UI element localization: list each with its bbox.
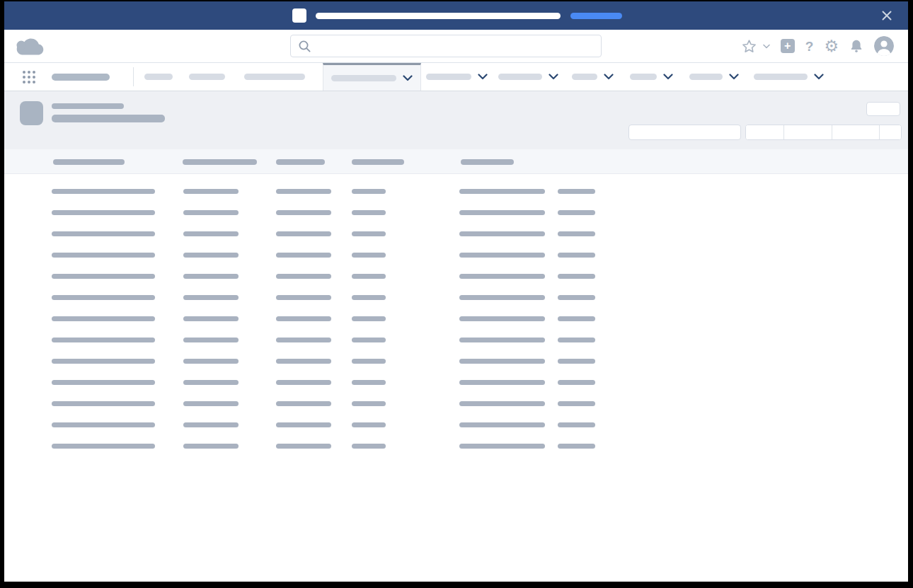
table-row[interactable]: [4, 181, 908, 202]
table-row[interactable]: [4, 330, 908, 351]
cell-skeleton: [352, 253, 386, 258]
favorites-star-button[interactable]: [740, 38, 758, 55]
table-row[interactable]: [4, 436, 908, 457]
nav-tab-10[interactable]: [754, 63, 824, 91]
star-icon: [742, 39, 757, 54]
table-row[interactable]: [4, 245, 908, 266]
app-launcher-button[interactable]: [21, 69, 37, 85]
list-control-button-2[interactable]: [784, 125, 832, 139]
user-menu-button[interactable]: [873, 35, 895, 57]
tab-menu-button[interactable]: [478, 74, 488, 80]
cell-skeleton: [276, 210, 331, 215]
tab-label-skeleton: [498, 74, 542, 80]
tab-menu-button[interactable]: [403, 75, 413, 81]
table-row[interactable]: [4, 393, 908, 415]
cell-skeleton: [459, 253, 545, 258]
cell-skeleton: [52, 401, 155, 406]
cell-skeleton: [459, 338, 545, 342]
help-button[interactable]: ?: [804, 38, 815, 54]
list-control-button-4[interactable]: [880, 125, 901, 139]
table-row[interactable]: [4, 351, 908, 372]
cell-skeleton: [352, 422, 386, 427]
record-title-skeleton: [52, 115, 165, 122]
list-search-box[interactable]: [628, 125, 741, 140]
nav-tab-1[interactable]: [144, 63, 173, 91]
chevron-down-icon: [763, 44, 770, 49]
cell-skeleton: [459, 210, 545, 215]
nav-tab-2[interactable]: [189, 63, 225, 91]
cell-skeleton: [52, 253, 155, 258]
tab-menu-button[interactable]: [729, 74, 739, 80]
search-input[interactable]: [311, 35, 601, 57]
cell-skeleton: [558, 274, 595, 279]
nav-tab-5[interactable]: [426, 63, 488, 91]
nav-tab-6[interactable]: [498, 63, 558, 91]
record-entity-icon: [20, 101, 43, 125]
tab-menu-button[interactable]: [549, 74, 558, 80]
cell-skeleton: [459, 380, 545, 385]
cell-skeleton: [276, 189, 331, 194]
header-action-button[interactable]: [866, 102, 900, 116]
favorites-chevron-button[interactable]: [762, 42, 771, 50]
cell-skeleton: [352, 444, 386, 449]
chevron-down-icon: [604, 74, 614, 80]
table-header-row: [4, 149, 908, 174]
tab-menu-button[interactable]: [814, 74, 824, 80]
bell-icon: [849, 39, 863, 53]
cell-skeleton: [183, 210, 239, 215]
nav-tab-4-selected[interactable]: [323, 63, 421, 91]
tab-label-skeleton: [244, 74, 305, 80]
cell-skeleton: [558, 231, 595, 236]
list-control-button-3[interactable]: [832, 125, 880, 139]
table-row[interactable]: [4, 309, 908, 330]
quick-create-button[interactable]: +: [779, 38, 796, 54]
cell-skeleton: [352, 210, 386, 215]
nav-tab-3[interactable]: [244, 63, 305, 91]
cell-skeleton: [183, 253, 239, 258]
cell-skeleton: [276, 422, 331, 427]
table-row[interactable]: [4, 202, 908, 224]
cell-skeleton: [276, 359, 331, 364]
tab-menu-button[interactable]: [604, 74, 614, 80]
nav-tab-9[interactable]: [689, 63, 739, 91]
list-search-input[interactable]: [629, 125, 740, 139]
table-row[interactable]: [4, 266, 908, 287]
cell-skeleton: [459, 422, 545, 427]
table-body: [4, 175, 908, 457]
setup-button[interactable]: ⚙: [822, 37, 840, 56]
table-row[interactable]: [4, 287, 908, 309]
list-control-button-1[interactable]: [746, 125, 784, 139]
cell-skeleton: [183, 338, 239, 342]
column-header-skeleton-3[interactable]: [276, 159, 325, 165]
cell-skeleton: [352, 231, 386, 236]
column-header-skeleton-4[interactable]: [352, 159, 404, 165]
cell-skeleton: [52, 380, 155, 385]
table-row[interactable]: [4, 224, 908, 245]
cell-skeleton: [183, 189, 239, 194]
column-header-skeleton-1[interactable]: [53, 159, 125, 165]
tab-menu-button[interactable]: [663, 74, 673, 80]
banner-link-skeleton[interactable]: [570, 13, 622, 19]
nav-tab-7[interactable]: [572, 63, 614, 91]
banner-close-button[interactable]: [878, 7, 895, 24]
table-row[interactable]: [4, 415, 908, 436]
cell-skeleton: [558, 380, 595, 385]
tab-label-skeleton: [689, 74, 723, 80]
chevron-down-icon: [549, 74, 558, 80]
table-row[interactable]: [4, 372, 908, 393]
global-search[interactable]: [290, 35, 602, 57]
cell-skeleton: [183, 295, 239, 300]
cell-skeleton: [558, 444, 595, 449]
plus-icon: +: [781, 39, 795, 53]
nav-tab-8[interactable]: [630, 63, 673, 91]
column-header-skeleton-5[interactable]: [461, 159, 514, 165]
cell-skeleton: [52, 316, 155, 321]
cell-skeleton: [352, 295, 386, 300]
search-icon: [298, 40, 311, 53]
notifications-button[interactable]: [848, 38, 865, 54]
cell-skeleton: [276, 231, 331, 236]
banner-checkbox-icon[interactable]: [292, 8, 306, 23]
cell-skeleton: [558, 316, 595, 321]
cell-skeleton: [459, 189, 545, 194]
column-header-skeleton-2[interactable]: [183, 159, 257, 165]
